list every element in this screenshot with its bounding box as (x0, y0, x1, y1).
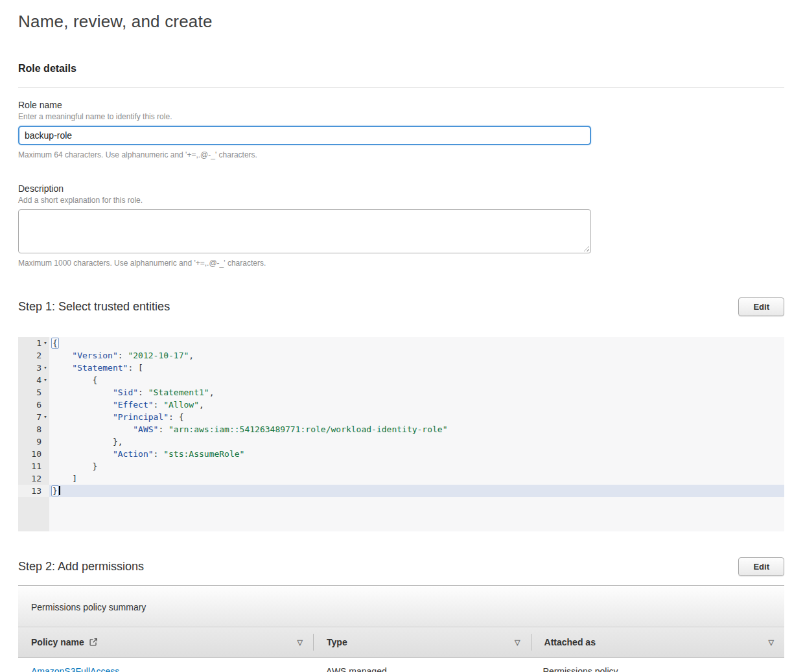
code-line[interactable]: 2 "Version": "2012-10-17", (18, 349, 784, 362)
policy-type-cell: AWS managed (313, 666, 530, 672)
line-number: 4▾ (18, 374, 49, 386)
column-header-type[interactable]: Type ▽ (314, 627, 531, 657)
code-line[interactable]: 8 "AWS": "arn:aws:iam::541263489771:role… (18, 423, 784, 435)
step1-heading: Step 1: Select trusted entities (18, 300, 170, 314)
code-line[interactable]: 6 "Effect": "Allow", (18, 399, 784, 411)
code-line[interactable]: 10 "Action": "sts:AssumeRole" (18, 448, 784, 460)
fold-arrow-icon (41, 485, 49, 497)
code-line[interactable]: 4▾ { (18, 374, 784, 386)
filter-dropdown-icon[interactable]: ▽ (767, 636, 775, 649)
fold-arrow-icon[interactable]: ▾ (41, 411, 49, 423)
policy-attached-as-cell: Permissions policy (530, 666, 784, 672)
role-details-divider (18, 87, 784, 88)
code-line[interactable]: 11 } (18, 460, 784, 472)
fold-arrow-icon[interactable]: ▾ (41, 337, 49, 349)
line-number: 2 (18, 349, 49, 362)
code-line[interactable]: 13} (18, 485, 784, 497)
role-name-input[interactable] (18, 126, 591, 145)
description-label: Description (18, 183, 784, 194)
line-number: 13 (18, 485, 49, 497)
filter-dropdown-icon[interactable]: ▽ (513, 636, 521, 649)
create-role-review-page: Name, review, and create Role details Ro… (0, 0, 805, 672)
step2-heading: Step 2: Add permissions (18, 560, 144, 574)
code-line[interactable]: 3▾ "Statement": [ (18, 362, 784, 374)
fold-arrow-icon (41, 386, 49, 399)
description-field: Description Add a short explanation for … (18, 183, 784, 268)
step2-edit-button[interactable]: Edit (738, 557, 784, 576)
code-line[interactable]: 5 "Sid": "Statement1", (18, 386, 784, 399)
code-line[interactable]: 1▾{ (18, 337, 784, 349)
fold-arrow-icon (41, 423, 49, 435)
fold-arrow-icon (41, 460, 49, 472)
fold-arrow-icon[interactable]: ▾ (41, 374, 49, 386)
description-constraint: Maximum 1000 characters. Use alphanumeri… (18, 259, 784, 268)
fold-arrow-icon[interactable]: ▾ (41, 362, 49, 374)
step2-header-row: Step 2: Add permissions Edit (18, 557, 784, 576)
line-number: 11 (18, 460, 49, 472)
fold-arrow-icon (41, 399, 49, 411)
fold-arrow-icon (41, 349, 49, 362)
line-number: 10 (18, 448, 49, 460)
role-name-help: Enter a meaningful name to identify this… (18, 112, 784, 121)
column-header-attached-as[interactable]: Attached as ▽ (531, 627, 784, 657)
line-number: 7▾ (18, 411, 49, 423)
line-number: 3▾ (18, 362, 49, 374)
filter-dropdown-icon[interactable]: ▽ (296, 636, 304, 649)
table-row: AmazonS3FullAccess AWS managed Permissio… (18, 658, 784, 672)
fold-arrow-icon (41, 472, 49, 485)
permissions-panel-title: Permissions policy summary (31, 602, 146, 612)
line-number: 8 (18, 423, 49, 435)
page-title: Name, review, and create (18, 12, 784, 32)
line-number: 9 (18, 435, 49, 448)
column-header-policy-name[interactable]: Policy name ▽ (18, 627, 313, 657)
line-number: 1▾ (18, 337, 49, 349)
code-line[interactable]: 7▾ "Principal": { (18, 411, 784, 423)
line-number: 6 (18, 399, 49, 411)
step1-header-row: Step 1: Select trusted entities Edit (18, 297, 784, 316)
description-textarea[interactable] (18, 209, 591, 253)
permissions-panel-header: Permissions policy summary (18, 587, 784, 627)
text-cursor (59, 486, 60, 495)
role-name-field: Role name Enter a meaningful name to ide… (18, 100, 784, 159)
code-lines: 1▾{2 "Version": "2012-10-17",3▾ "Stateme… (18, 337, 784, 497)
code-line[interactable]: 12 ] (18, 472, 784, 485)
external-link-icon (89, 638, 98, 647)
line-number: 12 (18, 472, 49, 485)
step2-divider (18, 585, 784, 586)
role-details-heading: Role details (18, 63, 784, 75)
role-name-label: Role name (18, 100, 784, 110)
code-line[interactable]: 9 }, (18, 435, 784, 448)
description-textarea-wrap (18, 209, 591, 253)
trust-policy-editor[interactable]: 1▾{2 "Version": "2012-10-17",3▾ "Stateme… (18, 337, 784, 531)
description-help: Add a short explanation for this role. (18, 196, 784, 205)
fold-arrow-icon (41, 435, 49, 448)
line-number: 5 (18, 386, 49, 399)
policy-name-link[interactable]: AmazonS3FullAccess (31, 666, 119, 672)
role-name-constraint: Maximum 64 characters. Use alphanumeric … (18, 150, 784, 159)
step1-edit-button[interactable]: Edit (738, 297, 784, 316)
fold-arrow-icon (41, 448, 49, 460)
permissions-panel: Permissions policy summary Policy name ▽… (18, 587, 784, 672)
permissions-table-header: Policy name ▽ Type ▽ Attached as ▽ (18, 627, 784, 658)
